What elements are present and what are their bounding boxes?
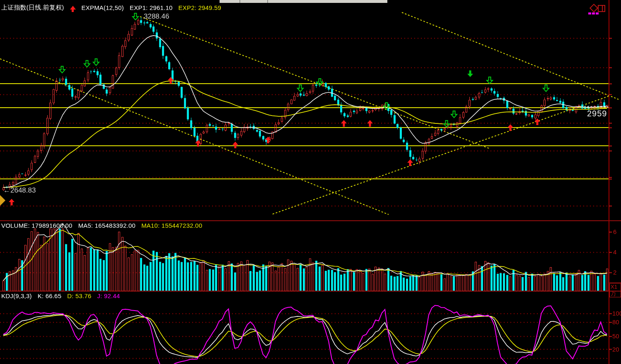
exp2-value-label: EXP2: 2949.59 <box>179 4 222 11</box>
kdj-axis-tick: 50 <box>612 333 619 340</box>
kdj-k-label: K: 66.65 <box>38 292 61 299</box>
buy-signal-arrow-icon <box>70 6 76 10</box>
candlestick-chart-canvas[interactable] <box>0 0 621 364</box>
window-icon[interactable] <box>598 5 605 12</box>
kdj-indicator-label[interactable]: KDJ(9,3,3) <box>1 292 32 299</box>
kdj-d-label: D: 53.76 <box>67 292 91 299</box>
kdj-axis-tick: 100 <box>612 310 621 317</box>
exp1-value-label: EXP1: 2961.10 <box>130 4 173 11</box>
kdj-axis-tick: 80 <box>612 318 619 325</box>
volume-axis-tick: 2 <box>613 269 616 276</box>
window-titlebar-fragment <box>220 0 387 3</box>
price-legend: 上证指数(日线.前复权) EXPMA(12,50) EXP1: 2961.10 … <box>1 4 221 12</box>
corner-marker-icon <box>0 195 5 206</box>
peak-price-label: 3288.46 <box>144 12 169 21</box>
last-price-label: 2959 <box>587 109 607 118</box>
volume-axis-tick: 4 <box>613 248 616 256</box>
chart-title: 上证指数(日线.前复权) <box>1 4 64 12</box>
kdj-j-label: J: 92.44 <box>97 292 120 299</box>
indicator-label[interactable]: EXPMA(12,50) <box>82 4 124 11</box>
volume-value-label[interactable]: VOLUME: 179891600.00 <box>1 222 72 229</box>
kdj-legend: KDJ(9,3,3) K: 66.65 D: 53.76 J: 92.44 <box>1 292 120 299</box>
titlebar-divider <box>267 0 268 3</box>
kdj-axis-tick: 20 <box>612 346 619 353</box>
volume-ma10-label: MA10: 155447232.00 <box>141 222 202 229</box>
volume-axis-unit: X1万 <box>609 283 621 297</box>
volume-axis-tick: 6 <box>613 228 616 235</box>
volume-ma5-label: MA5: 165483392.00 <box>78 222 136 229</box>
magenta-dash-icon <box>588 12 591 14</box>
volume-legend: VOLUME: 179891600.00 MA5: 165483392.00 M… <box>1 222 202 229</box>
low-price-label: ←2648.83 <box>3 186 36 195</box>
stock-chart-app: 上证指数(日线.前复权) EXPMA(12,50) EXP1: 2961.10 … <box>0 0 621 364</box>
magenta-dash-icon <box>592 12 595 14</box>
magenta-dash-icon <box>596 12 599 14</box>
titlebar-divider <box>239 0 240 3</box>
window-icon-bar <box>602 6 603 11</box>
